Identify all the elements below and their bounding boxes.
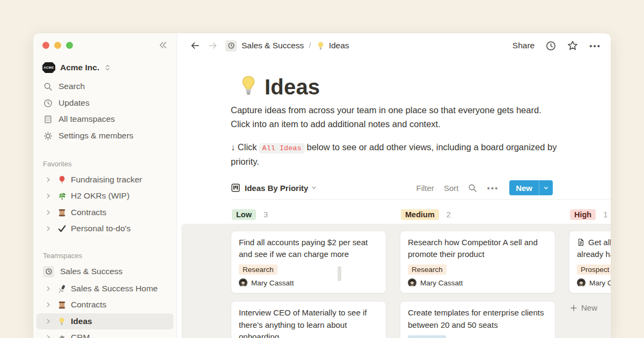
sidebar-item-updates[interactable]: Updates [36,95,173,111]
callout-text: ↓ ClickAll Ideasbelow to see or add othe… [231,140,560,169]
workspace-switcher[interactable]: ACME Acme Inc. [42,60,111,75]
sidebar-item-label: Contracts [71,300,106,310]
assignee-row: Mary Cassatt [408,278,547,287]
building-icon [43,115,53,124]
search-icon [43,82,53,91]
add-card-button[interactable]: New [569,301,611,314]
sidebar-item-sales-success-home[interactable]: Sales & Success Home [36,281,173,297]
card[interactable]: Interview CEO of Materially to see if th… [231,301,386,338]
view-toolbar: Ideas By Priority Filter Sort ••• New [231,179,553,196]
sort-button[interactable]: Sort [444,183,459,193]
sidebar-item-ideas[interactable]: Ideas [36,313,173,329]
sidebar-item-label: CRM [71,333,90,338]
sidebar-item-all-teamspaces[interactable]: All teamspaces [36,111,173,127]
herb-icon [56,192,68,201]
favorites-section-label: Favorites [43,160,71,168]
board-view-icon [231,183,240,193]
chevron-right-icon[interactable] [45,302,53,308]
close-button[interactable] [42,42,49,49]
card[interactable]: Find all accounts paying $2 per seat and… [231,231,386,293]
callout-prefix: ↓ Click [231,142,257,152]
sidebar-item-contracts-teamspace[interactable]: Contracts [36,297,173,313]
minimize-button[interactable] [54,42,61,49]
app-window: ACME Acme Inc. Search Updates All teamsp… [33,33,611,338]
lightbulb-icon [316,41,325,50]
card-title: Find all accounts paying $2 per seat and… [239,237,378,260]
assignee-name: Mary Cassatt [420,279,463,287]
sidebar-item-sales-success[interactable]: Sales & Success [36,263,173,280]
sidebar: ACME Acme Inc. Search Updates All teamsp… [33,33,177,338]
sidebar-item-fundraising-tracker[interactable]: Fundraising tracker [36,172,173,188]
board-column-low: Find all accounts paying $2 per seat and… [231,231,386,338]
sidebar-item-contracts-favorite[interactable]: Contracts [36,204,173,221]
card[interactable]: Research how Competitor A sell and promo… [400,231,555,293]
tag-badge: Research [239,264,277,275]
scroll-icon [56,300,68,310]
assignee-name: Mary C [589,279,611,287]
sidebar-item-label: All teamspaces [58,114,115,124]
window-controls [42,42,73,49]
sidebar-item-settings-members[interactable]: Settings & members [36,128,173,144]
star-icon[interactable] [567,40,578,51]
status-badge[interactable]: Medium [401,209,439,220]
card-title: Interview CEO of Materially to see if th… [239,307,378,338]
avatar [408,278,416,287]
chevron-down-icon[interactable] [539,180,553,195]
breadcrumb-separator: / [309,41,311,50]
chevron-right-icon[interactable] [45,318,53,325]
new-button[interactable]: New [509,180,553,195]
avatar [239,278,247,287]
tag-badge: Research [408,264,447,275]
status-badge[interactable]: Low [232,209,256,220]
sidebar-item-label: Updates [58,98,90,108]
filter-button[interactable]: Filter [416,183,434,193]
card-title: Create templates for enterprise clients … [408,307,547,330]
microphone-icon [56,284,68,293]
tag-badge: Collateral [408,335,446,338]
share-button[interactable]: Share [513,41,535,50]
status-badge[interactable]: High [570,209,596,220]
new-button-label[interactable]: New [509,180,539,195]
balloon-icon [56,175,68,185]
sidebar-item-label: Personal to-do's [71,224,131,233]
check-icon [56,224,68,233]
chevron-right-icon[interactable] [45,285,53,292]
chevron-right-icon[interactable] [45,209,53,216]
sidebar-item-personal-todos[interactable]: Personal to-do's [36,221,173,237]
column-header-low: Low 3 [232,209,268,220]
column-count: 3 [264,210,268,219]
workspace-name: Acme Inc. [60,63,99,72]
breadcrumb-page[interactable]: Ideas [329,41,349,50]
sidebar-item-crm[interactable]: CRM [36,329,173,338]
back-arrow-icon[interactable] [190,41,200,50]
board-column-medium: Research how Competitor A sell and promo… [400,231,555,338]
column-header-high: High 1 [570,209,608,220]
view-name[interactable]: Ideas By Priority [245,183,308,193]
chevron-right-icon[interactable] [45,334,53,338]
board-column-high: Get all already ha Prospect Mary C New [569,231,611,314]
card[interactable]: Get all already ha Prospect Mary C [569,231,611,293]
sidebar-item-label: Fundraising tracker [71,175,142,185]
assignee-row: Mary C [577,278,611,287]
teamspace-clock-icon [43,266,54,277]
chevron-right-icon[interactable] [45,177,53,183]
column-count: 1 [603,210,608,219]
sidebar-item-search[interactable]: Search [36,78,173,94]
collapse-sidebar-icon[interactable] [158,40,168,50]
chevron-right-icon[interactable] [45,225,53,232]
search-icon[interactable] [468,183,477,193]
scrollbar-thumb[interactable] [338,266,341,281]
breadcrumb-root[interactable]: Sales & Success [241,41,304,50]
more-options-icon[interactable]: ••• [589,41,601,50]
clock-icon[interactable] [546,41,556,51]
chevron-right-icon[interactable] [45,193,53,199]
main-content: Sales & Success / Ideas Share ••• Ideas … [177,33,611,338]
chevron-down-icon[interactable] [311,185,317,191]
more-options-icon[interactable]: ••• [487,183,499,193]
card-title: Research how Competitor A sell and promo… [408,237,547,260]
forward-arrow-icon[interactable] [208,41,218,50]
zoom-button[interactable] [66,42,73,49]
sidebar-item-h2-okrs[interactable]: H2 OKRs (WIP) [36,188,173,204]
card-title-line: Get all [588,238,611,247]
card[interactable]: Create templates for enterprise clients … [400,301,555,338]
